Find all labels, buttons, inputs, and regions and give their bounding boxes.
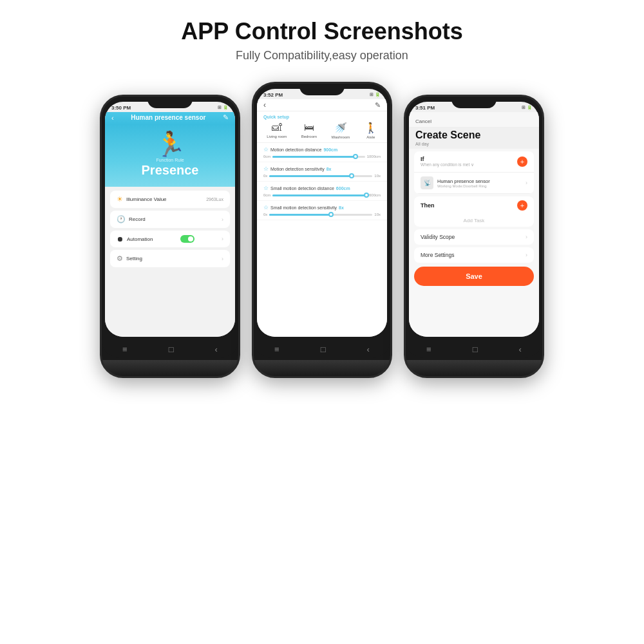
slider2-thumb[interactable] xyxy=(349,173,354,178)
bottom-nav-1: ≡ □ ‹ xyxy=(102,340,238,358)
back-icon-nav-1[interactable]: ‹ xyxy=(215,345,218,354)
phones-row: 3:50 PM ⊞ 🔋 ‹ Human presence sensor ✎ 🏃 … xyxy=(100,82,544,378)
automation-toggle[interactable] xyxy=(180,235,194,243)
phone-3: 3:51 PM ⊞ 🔋 Cancel Create Scene All day … xyxy=(404,95,544,378)
motion-icon-3: ☆ xyxy=(263,185,269,191)
if-section: If When any condition is met ∨ + 📡 Human… xyxy=(414,151,534,194)
reflection-1 xyxy=(102,360,238,376)
screen-1: 3:50 PM ⊞ 🔋 ‹ Human presence sensor ✎ 🏃 … xyxy=(105,102,235,337)
slider1-thumb[interactable] xyxy=(353,154,358,159)
clock-icon: 🕐 xyxy=(117,215,126,223)
illuminance-label: Illuminance Value xyxy=(126,196,167,202)
illuminance-value: 2963Lux xyxy=(206,197,223,202)
illuminance-row[interactable]: ☀ Illuminance Value 2963Lux xyxy=(110,191,230,208)
slider2-fill xyxy=(269,175,352,177)
back-icon-nav-3[interactable]: ‹ xyxy=(519,345,522,354)
sensor-thumbnail: 📡 xyxy=(421,176,433,189)
more-settings-label: More Settings xyxy=(421,252,454,258)
slider4-track[interactable] xyxy=(269,214,372,216)
automation-arrow-icon: › xyxy=(222,236,223,242)
home-icon-3[interactable]: □ xyxy=(473,345,478,354)
aisle-icon: 🚶 xyxy=(365,122,377,134)
slider1-fill xyxy=(272,156,355,158)
slider-row-4: 0x 10x xyxy=(263,213,381,216)
then-add-button[interactable]: + xyxy=(517,200,527,211)
sensor-mode: Working Mode:Doorbell Ring xyxy=(437,184,522,188)
status-icons-1: ⊞ 🔋 xyxy=(218,105,229,110)
screen-2: 3:52 PM ⊞ 🔋 ‹ ✎ Quick setup 🛋 Living roo… xyxy=(257,89,387,337)
then-section: Then + Add Task xyxy=(414,196,534,227)
small-motion-sensitivity-section: ☆ Small motion detection sensitivity 8x … xyxy=(257,201,387,220)
slider4-thumb[interactable] xyxy=(328,212,334,217)
if-label: If xyxy=(421,156,474,162)
sensor-arrow-icon: › xyxy=(526,180,527,186)
slider-row-1: 0cm 1000cm xyxy=(263,155,381,158)
washroom-label: Washroom xyxy=(332,135,350,139)
slider2-track[interactable] xyxy=(269,175,372,177)
cancel-button[interactable]: Cancel xyxy=(415,118,431,124)
small-motion-sensitivity-value: 8x xyxy=(339,205,344,210)
slider1-track[interactable] xyxy=(272,156,365,158)
back-icon-nav-2[interactable]: ‹ xyxy=(367,345,370,354)
menu-icon-1[interactable]: ≡ xyxy=(122,345,128,354)
menu-icon-3[interactable]: ≡ xyxy=(426,345,431,354)
allday-label: All day xyxy=(409,142,539,149)
if-row: If When any condition is met ∨ + xyxy=(414,151,534,173)
motion-icon-2: ☆ xyxy=(263,166,269,172)
room-washroom[interactable]: 🚿 Washroom xyxy=(332,122,350,139)
slider3-track[interactable] xyxy=(272,194,367,196)
slider2-min: 0x xyxy=(263,174,267,178)
page-subtitle: Fully Compatibility,easy operation xyxy=(181,49,462,62)
reflection-2 xyxy=(254,360,390,376)
status-time-2: 3:52 PM xyxy=(263,92,283,98)
add-task-label[interactable]: Add Task xyxy=(414,214,534,227)
validity-arrow-icon: › xyxy=(526,234,527,240)
edit-icon-1[interactable]: ✎ xyxy=(223,113,229,122)
sensor-row[interactable]: 📡 Human presence sensor Working Mode:Doo… xyxy=(414,173,534,194)
home-icon-2[interactable]: □ xyxy=(321,345,326,354)
more-settings-row[interactable]: More Settings › xyxy=(414,247,534,263)
edit-icon-2[interactable]: ✎ xyxy=(375,101,381,109)
if-condition: When any condition is met ∨ xyxy=(421,162,474,167)
bottom-nav-3: ≡ □ ‹ xyxy=(406,340,542,358)
back-icon-2[interactable]: ‹ xyxy=(263,100,266,109)
p3-header: Cancel xyxy=(409,112,539,128)
record-label: Record xyxy=(129,216,146,222)
p1-header-title: Human presence sensor xyxy=(114,114,223,121)
slider3-thumb[interactable] xyxy=(364,193,369,198)
setting-row[interactable]: ⚙ Setting › xyxy=(110,250,230,267)
slider2-max: 10x xyxy=(374,174,381,178)
p2-header: ‹ ✎ xyxy=(257,99,387,111)
then-label: Then xyxy=(421,202,435,209)
if-add-button[interactable]: + xyxy=(517,156,527,167)
validity-scope-row[interactable]: Validity Scope › xyxy=(414,229,534,245)
notch-3 xyxy=(451,97,497,108)
slider1-max: 1000cm xyxy=(367,155,381,158)
living-room-label: Living room xyxy=(267,135,287,138)
save-button[interactable]: Save xyxy=(414,267,534,286)
setting-label: Setting xyxy=(126,256,142,261)
home-icon-1[interactable]: □ xyxy=(169,345,174,354)
p1-body: ☀ Illuminance Value 2963Lux 🕐 Record › ⏺ xyxy=(105,187,235,337)
aisle-label: Aisle xyxy=(366,135,375,139)
automation-row[interactable]: ⏺ Automation › xyxy=(110,231,230,247)
room-aisle[interactable]: 🚶 Aisle xyxy=(365,122,377,139)
hero-value: Presence xyxy=(142,163,199,178)
small-motion-distance-section: ☆ Small motion detection distance 600cm … xyxy=(257,182,387,201)
bottom-nav-2: ≡ □ ‹ xyxy=(254,340,390,358)
record-row[interactable]: 🕐 Record › xyxy=(110,211,230,228)
room-living[interactable]: 🛋 Living room xyxy=(267,122,287,139)
motion-distance-section: ☆ Motion detection distance 900cm 0cm 10… xyxy=(257,143,387,162)
slider1-min: 0cm xyxy=(263,155,270,158)
p1-header: ‹ Human presence sensor ✎ xyxy=(105,112,235,124)
more-settings-arrow-icon: › xyxy=(526,252,527,258)
notch-1 xyxy=(147,97,193,108)
screen-3: 3:51 PM ⊞ 🔋 Cancel Create Scene All day … xyxy=(409,102,539,337)
toggle-icon: ⏺ xyxy=(117,235,124,243)
menu-icon-2[interactable]: ≡ xyxy=(274,345,279,354)
small-motion-distance-label: Small motion detection distance xyxy=(270,186,334,191)
slider4-fill xyxy=(269,214,331,216)
room-bedroom[interactable]: 🛏 Bedroom xyxy=(301,122,317,139)
status-time-3: 3:51 PM xyxy=(415,105,435,111)
p3-content: If When any condition is met ∨ + 📡 Human… xyxy=(409,149,539,337)
